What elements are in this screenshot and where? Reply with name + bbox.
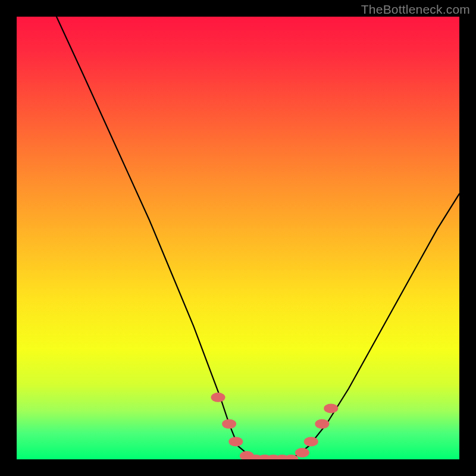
curve-marker — [315, 419, 329, 428]
watermark-label: TheBottleneck.com — [361, 2, 470, 17]
curve-marker — [324, 403, 338, 413]
chart-frame: TheBottleneck.com — [0, 0, 476, 476]
curve-marker — [304, 437, 318, 446]
marker-layer — [211, 393, 339, 459]
chart-svg — [17, 17, 459, 459]
curve-marker — [295, 448, 309, 458]
curve-marker — [228, 437, 243, 446]
curve-marker — [222, 419, 236, 428]
chart-plot-area — [17, 17, 459, 459]
curve-line — [57, 17, 459, 459]
curve-marker — [211, 393, 226, 402]
